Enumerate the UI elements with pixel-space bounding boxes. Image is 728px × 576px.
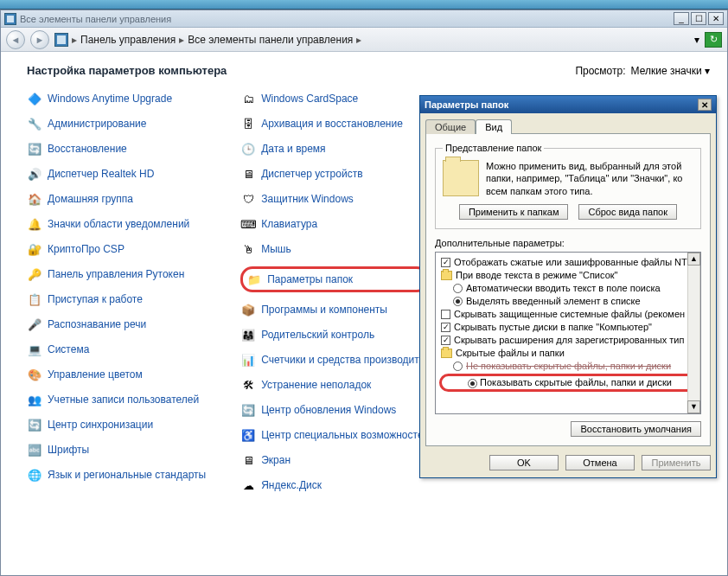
checkbox-icon[interactable]: ✓ [441, 336, 450, 345]
cp-item-icon: 🔐 [27, 241, 42, 257]
highlighted-option[interactable]: Показывать скрытые файлы, папки и диски [439, 374, 699, 392]
apply-button[interactable]: Применить [642, 455, 711, 470]
cp-item[interactable]: 🔐КриптоПро CSP [27, 241, 206, 257]
cp-item-label: Приступая к работе [48, 293, 143, 305]
back-button[interactable]: ◄ [6, 30, 25, 49]
scroll-down-button[interactable]: ▼ [687, 400, 700, 413]
cp-item[interactable]: 🎤Распознавание речи [27, 317, 206, 332]
cp-item[interactable]: 🎨Управление цветом [27, 367, 206, 382]
view-mode-select[interactable]: Мелкие значки ▾ [631, 65, 710, 77]
cp-item-label: Диспетчер устройств [261, 168, 362, 180]
page-title: Настройка параметров компьютера [27, 64, 227, 77]
tab-panel-view: Представление папок Можно применить вид,… [425, 133, 711, 446]
tree-row[interactable]: Скрывать защищенные системные файлы (рек… [437, 308, 699, 321]
ok-button[interactable]: OK [489, 455, 559, 470]
cp-item-label: Центр синхронизации [48, 419, 153, 431]
tree-row[interactable]: ✓Отображать сжатые или зашифрованные фай… [437, 256, 699, 269]
checkbox-icon[interactable] [441, 310, 450, 319]
cp-item[interactable]: 🖱Мышь [240, 241, 429, 257]
maximize-button[interactable]: ☐ [691, 12, 706, 25]
cp-item[interactable]: 🖥Диспетчер устройств [240, 166, 429, 182]
cp-item[interactable]: 🖥Экран [240, 452, 429, 468]
cp-item[interactable]: ☁Яндекс.Диск [240, 477, 429, 493]
close-button[interactable]: ✕ [708, 12, 724, 25]
restore-defaults-button[interactable]: Восстановить умолчания [571, 421, 701, 437]
cp-item[interactable]: 🔤Шрифты [27, 442, 206, 458]
radio-icon[interactable] [468, 379, 477, 388]
cp-item-icon: ♿ [240, 427, 256, 443]
cp-item-icon: 🔤 [27, 442, 42, 458]
forward-button[interactable]: ► [30, 30, 49, 49]
cp-item-label: Клавиатура [261, 218, 317, 230]
cancel-button[interactable]: Отмена [565, 455, 635, 470]
cp-item-icon: 🔷 [27, 91, 42, 106]
cp-item[interactable]: 🔄Восстановление [27, 141, 206, 157]
cp-item[interactable]: 🗄Архивация и восстановление [240, 116, 429, 131]
cp-item[interactable]: 🔧Администрирование [27, 116, 206, 131]
cp-item[interactable]: 🌐Язык и региональные стандарты [27, 467, 206, 483]
minimize-button[interactable]: _ [674, 12, 689, 25]
checkbox-icon[interactable]: ✓ [441, 323, 450, 332]
cp-item[interactable]: 📦Программы и компоненты [240, 302, 429, 317]
dialog-close-button[interactable]: ✕ [698, 99, 712, 111]
radio-icon[interactable] [453, 297, 463, 306]
radio-icon[interactable] [453, 284, 463, 293]
tree-row[interactable]: Автоматически вводить текст в поле поиск… [437, 282, 699, 295]
cp-item[interactable]: 🔔Значки области уведомлений [27, 216, 206, 232]
cp-item[interactable]: 💻Система [27, 342, 206, 357]
cp-item[interactable]: 📊Счетчики и средства производите [240, 352, 429, 368]
breadcrumb-current[interactable]: Все элементы панели управления [188, 34, 353, 46]
control-panel-window: Все элементы панели управления _ ☐ ✕ ◄ ►… [0, 10, 728, 576]
group-description: Можно применить вид, выбранный для этой … [486, 160, 693, 197]
cp-item-icon: 💻 [27, 342, 42, 357]
tab-view[interactable]: Вид [476, 119, 512, 134]
tree-row[interactable]: ✓Скрывать пустые диски в папке "Компьюте… [437, 321, 699, 334]
advanced-settings-label: Дополнительные параметры: [435, 238, 701, 248]
cp-item-label: Восстановление [48, 143, 127, 155]
cp-item[interactable]: 🔊Диспетчер Realtek HD [27, 166, 206, 182]
cp-item-label: Администрирование [48, 118, 146, 130]
radio-icon[interactable] [453, 362, 463, 371]
cp-item-icon: 🗄 [240, 116, 256, 131]
cp-item[interactable]: 🔄Центр синхронизации [27, 417, 206, 432]
cp-item[interactable]: 🔷Windows Anytime Upgrade [27, 91, 206, 106]
scrollbar-track[interactable] [687, 266, 700, 400]
address-bar: ◄ ► ▸ Панель управления ▸ Все элементы п… [1, 28, 727, 52]
tab-general[interactable]: Общие [425, 119, 476, 134]
apply-to-folders-button[interactable]: Применить к папкам [459, 204, 569, 220]
cp-item[interactable]: 🔑Панель управления Рутокен [27, 266, 206, 282]
tree-row[interactable]: Выделять введенный элемент в списке [437, 295, 699, 308]
cp-item-icon: 🕒 [240, 141, 256, 157]
cp-item-icon: 🛡 [240, 191, 256, 207]
cp-item[interactable]: ⌨Клавиатура [240, 216, 429, 232]
cp-item[interactable]: 🕒Дата и время [240, 141, 429, 157]
cp-item[interactable]: 🏠Домашняя группа [27, 191, 206, 207]
items-column-1: 🔷Windows Anytime Upgrade🔧Администрирован… [27, 91, 206, 493]
refresh-button[interactable]: ↻ [705, 32, 722, 48]
breadcrumb-root[interactable]: Панель управления [80, 34, 176, 46]
cp-item[interactable]: 🔄Центр обновления Windows [240, 402, 429, 418]
tree-row[interactable]: При вводе текста в режиме "Список" [437, 269, 699, 282]
cp-item[interactable]: 🛠Устранение неполадок [240, 377, 429, 393]
cp-item[interactable]: 👨‍👩‍👧Родительский контроль [240, 327, 429, 342]
reset-folders-button[interactable]: Сброс вида папок [578, 204, 677, 220]
cp-item[interactable]: 👥Учетные записи пользователей [27, 392, 206, 407]
cp-item[interactable]: 📋Приступая к работе [27, 291, 206, 307]
cp-item[interactable]: 🗂Windows CardSpace [240, 91, 429, 106]
cp-item[interactable]: ♿Центр специальных возможностей [240, 427, 429, 443]
address-dropdown-icon[interactable]: ▾ [694, 34, 699, 46]
tree-row[interactable]: Скрытые файлы и папки [437, 347, 699, 360]
cp-item-icon: 🗂 [240, 91, 256, 106]
cp-item-icon: 🎨 [27, 367, 42, 382]
scroll-up-button[interactable]: ▲ [687, 253, 700, 266]
checkbox-icon[interactable]: ✓ [441, 258, 450, 267]
advanced-settings-tree[interactable]: ▲ ▼ ✓Отображать сжатые или зашифрованные… [435, 252, 701, 414]
breadcrumb-dropdown-icon[interactable]: ▸ [356, 34, 361, 46]
cp-item-icon: 🛠 [240, 377, 256, 393]
cp-item[interactable]: 📁Параметры папок [240, 266, 429, 292]
cp-item[interactable]: 🛡Защитник Windows [240, 191, 429, 207]
tree-row[interactable]: ✓Скрывать расширения для зарегистрирован… [437, 334, 699, 347]
cp-item-label: Дата и время [261, 143, 325, 155]
cp-item-icon: 📁 [246, 272, 262, 287]
tree-row[interactable]: Не показывать скрытые файлы, папки и дис… [437, 360, 699, 373]
